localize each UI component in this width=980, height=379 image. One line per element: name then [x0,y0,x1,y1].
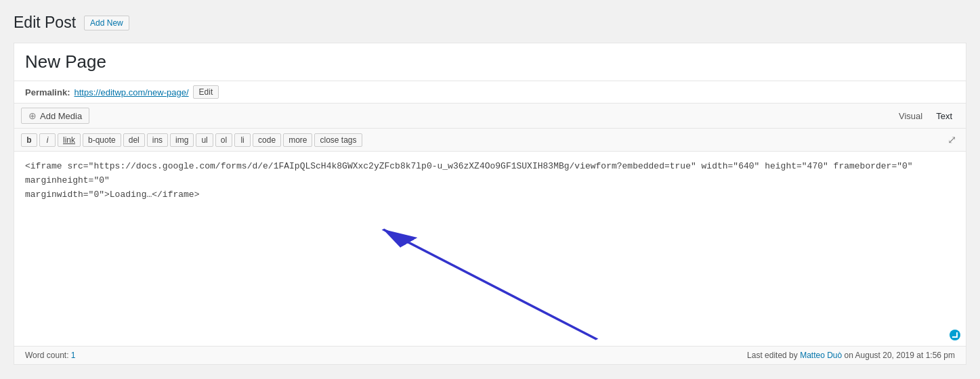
last-edited-author[interactable]: Matteo Duò [800,351,842,360]
media-icon: ⊕ [28,110,37,121]
format-btn-i[interactable]: i [39,133,56,147]
page-title: Edit Post [14,14,76,32]
permalink-edit-button[interactable]: Edit [193,85,219,99]
word-count: Word count: 1 [25,351,76,360]
permalink-label: Permalink: [25,87,70,97]
format-btn-b-quote[interactable]: b-quote [83,133,121,147]
format-btn-li[interactable]: li [234,133,251,147]
last-edited-prefix: Last edited by [747,351,798,360]
editor-mode-tabs: Visual Text [892,108,959,124]
word-count-value[interactable]: 1 [71,351,76,360]
editor-resize-handle[interactable] [950,330,960,340]
format-btn-ol[interactable]: ol [215,133,232,147]
format-btn-close-tags[interactable]: close tags [314,133,362,147]
format-btn-b[interactable]: b [21,133,37,147]
add-new-button[interactable]: Add New [84,16,129,30]
editor-textarea[interactable] [25,160,955,336]
add-media-label: Add Media [40,111,82,121]
last-edited-suffix: on August 20, 2019 at 1:56 pm [845,351,955,360]
last-edited-info: Last edited by Matteo Duò on August 20, … [747,351,955,360]
add-media-button[interactable]: ⊕ Add Media [21,108,89,124]
editor-content-area [14,152,966,346]
tab-visual[interactable]: Visual [892,108,929,124]
format-btn-ins[interactable]: ins [147,133,168,147]
format-btn-del[interactable]: del [123,133,145,147]
format-btn-code[interactable]: code [253,133,281,147]
format-buttons-group: bilinkb-quotedelinsimgulollicodemoreclos… [21,133,362,147]
tab-text[interactable]: Text [929,108,959,124]
permalink-url[interactable]: https://editwp.com/new-page/ [74,87,188,97]
format-btn-img[interactable]: img [170,133,194,147]
format-btn-link[interactable]: link [58,133,81,147]
expand-editor-button[interactable]: ⤢ [945,132,959,148]
format-btn-ul[interactable]: ul [196,133,213,147]
post-title-input[interactable] [25,49,955,75]
format-btn-more[interactable]: more [283,133,312,147]
word-count-label: Word count: [25,351,68,360]
